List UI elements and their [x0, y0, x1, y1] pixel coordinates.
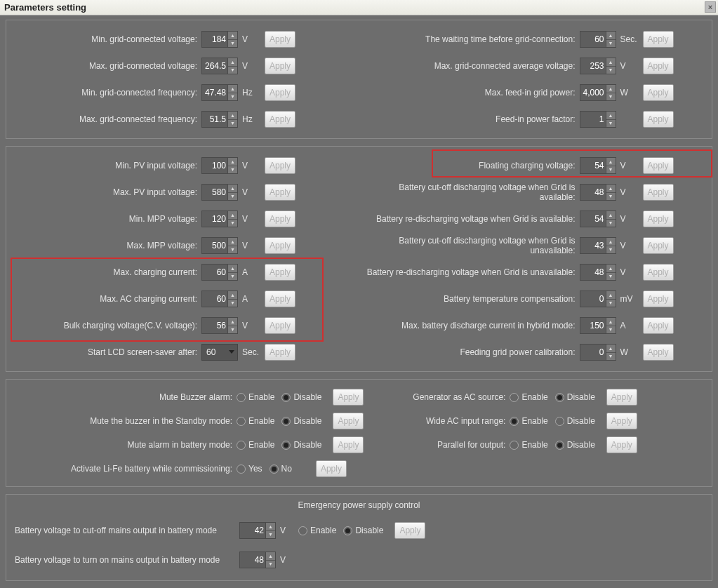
spinner-up-icon[interactable]: ▲: [606, 85, 616, 93]
apply-button[interactable]: Apply: [643, 31, 674, 48]
spinner-up-icon[interactable]: ▲: [606, 58, 616, 67]
spinner-down-icon[interactable]: ▼: [228, 220, 237, 227]
apply-button[interactable]: Apply: [265, 184, 295, 201]
value-spinner[interactable]: 580▲▼: [201, 184, 238, 201]
spinner-up-icon[interactable]: ▲: [266, 552, 275, 561]
apply-button[interactable]: Apply: [643, 344, 674, 361]
spinner-down-icon[interactable]: ▼: [266, 531, 275, 539]
apply-button[interactable]: Apply: [265, 111, 295, 128]
value-spinner[interactable]: 54▲▼: [580, 157, 616, 174]
spinner-up-icon[interactable]: ▲: [228, 291, 237, 300]
spinner-down-icon[interactable]: ▼: [228, 246, 237, 254]
apply-button[interactable]: Apply: [394, 522, 425, 539]
radio-yes[interactable]: [237, 465, 246, 474]
apply-button[interactable]: Apply: [265, 157, 295, 174]
spinner-down-icon[interactable]: ▼: [606, 67, 616, 74]
apply-button[interactable]: Apply: [606, 413, 637, 429]
spinner-up-icon[interactable]: ▲: [266, 523, 275, 531]
radio-enable[interactable]: [237, 417, 246, 426]
apply-button[interactable]: Apply: [333, 389, 364, 406]
spinner-up-icon[interactable]: ▲: [606, 32, 616, 40]
value-spinner[interactable]: 100▲▼: [201, 157, 238, 174]
apply-button[interactable]: Apply: [643, 317, 674, 334]
value-spinner[interactable]: 500▲▼: [201, 237, 238, 254]
radio-disable[interactable]: [281, 441, 291, 450]
spinner-up-icon[interactable]: ▲: [606, 112, 616, 120]
spinner-up-icon[interactable]: ▲: [228, 185, 237, 193]
value-spinner[interactable]: 60▲▼: [201, 264, 238, 281]
spinner-down-icon[interactable]: ▼: [228, 67, 237, 74]
value-spinner[interactable]: 0▲▼: [580, 290, 616, 307]
spinner-up-icon[interactable]: ▲: [228, 238, 237, 246]
apply-button[interactable]: Apply: [643, 237, 674, 254]
spinner-down-icon[interactable]: ▼: [606, 193, 616, 201]
spinner-down-icon[interactable]: ▼: [228, 273, 237, 281]
radio-disable[interactable]: [555, 393, 564, 402]
spinner-up-icon[interactable]: ▲: [228, 158, 237, 166]
value-spinner[interactable]: 43▲▼: [580, 237, 616, 254]
spinner-down-icon[interactable]: ▼: [266, 561, 275, 568]
spinner-up-icon[interactable]: ▲: [228, 112, 237, 120]
spinner-down-icon[interactable]: ▼: [606, 353, 616, 361]
spinner-down-icon[interactable]: ▼: [606, 220, 616, 227]
apply-button[interactable]: Apply: [643, 84, 674, 101]
spinner-down-icon[interactable]: ▼: [606, 93, 616, 101]
radio-enable[interactable]: [510, 441, 519, 450]
apply-button[interactable]: Apply: [643, 58, 674, 74]
apply-button[interactable]: Apply: [265, 58, 295, 74]
spinner-down-icon[interactable]: ▼: [606, 300, 616, 307]
spinner-up-icon[interactable]: ▲: [606, 211, 616, 220]
spinner-down-icon[interactable]: ▼: [606, 40, 616, 48]
apply-button[interactable]: Apply: [265, 84, 295, 101]
apply-button[interactable]: Apply: [265, 290, 295, 307]
apply-button[interactable]: Apply: [333, 436, 364, 453]
spinner-down-icon[interactable]: ▼: [228, 193, 237, 201]
radio-disable[interactable]: [281, 393, 291, 402]
apply-button[interactable]: Apply: [333, 413, 364, 429]
apply-button[interactable]: Apply: [316, 460, 347, 477]
value-spinner[interactable]: 184▲▼: [201, 31, 238, 48]
value-spinner[interactable]: 48▲▼: [580, 264, 616, 281]
radio-enable[interactable]: [298, 526, 307, 535]
value-spinner[interactable]: 54▲▼: [580, 211, 616, 227]
spinner-up-icon[interactable]: ▲: [606, 345, 616, 353]
value-spinner[interactable]: 48▲▼: [580, 184, 616, 201]
value-spinner[interactable]: 60▲▼: [580, 31, 616, 48]
spinner-down-icon[interactable]: ▼: [228, 120, 237, 128]
value-spinner[interactable]: 48▲▼: [239, 552, 276, 568]
radio-no[interactable]: [270, 465, 279, 474]
apply-button[interactable]: Apply: [265, 237, 295, 254]
spinner-down-icon[interactable]: ▼: [606, 273, 616, 281]
radio-disable[interactable]: [343, 526, 352, 535]
spinner-up-icon[interactable]: ▲: [228, 265, 237, 273]
apply-button[interactable]: Apply: [265, 264, 295, 281]
spinner-up-icon[interactable]: ▲: [228, 318, 237, 326]
value-spinner[interactable]: 60▲▼: [201, 290, 238, 307]
apply-button[interactable]: Apply: [643, 111, 674, 128]
value-spinner[interactable]: 150▲▼: [580, 317, 616, 334]
apply-button[interactable]: Apply: [643, 290, 674, 307]
value-spinner[interactable]: 1▲▼: [580, 111, 616, 128]
spinner-up-icon[interactable]: ▲: [606, 158, 616, 166]
radio-enable[interactable]: [510, 393, 519, 402]
radio-disable[interactable]: [281, 417, 291, 426]
apply-button[interactable]: Apply: [643, 211, 674, 227]
apply-button[interactable]: Apply: [643, 184, 674, 201]
spinner-up-icon[interactable]: ▲: [228, 58, 237, 67]
radio-disable[interactable]: [555, 417, 564, 426]
spinner-up-icon[interactable]: ▲: [606, 265, 616, 273]
value-spinner[interactable]: 56▲▼: [201, 317, 238, 334]
value-spinner[interactable]: 264.5▲▼: [201, 58, 238, 74]
apply-button[interactable]: Apply: [643, 264, 674, 281]
spinner-down-icon[interactable]: ▼: [228, 166, 237, 174]
value-spinner[interactable]: 42▲▼: [239, 522, 276, 539]
apply-button[interactable]: Apply: [265, 344, 295, 361]
close-icon[interactable]: ×: [705, 1, 716, 13]
spinner-down-icon[interactable]: ▼: [606, 120, 616, 128]
radio-enable[interactable]: [237, 393, 246, 402]
apply-button[interactable]: Apply: [265, 211, 295, 227]
apply-button[interactable]: Apply: [265, 317, 295, 334]
spinner-down-icon[interactable]: ▼: [606, 166, 616, 174]
spinner-up-icon[interactable]: ▲: [606, 185, 616, 193]
spinner-up-icon[interactable]: ▲: [228, 211, 237, 220]
